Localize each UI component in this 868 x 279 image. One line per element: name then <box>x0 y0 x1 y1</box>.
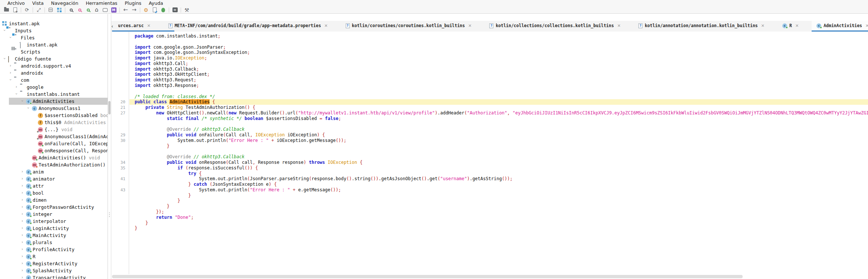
editor-tab-urces-arsc[interactable]: urces.arsc✕ <box>113 21 155 32</box>
tree-item-interpolator[interactable]: ›cinterpolator <box>0 218 108 225</box>
tree-item-anonymousclass1[interactable]: ›cAnonymousClass1 <box>0 105 108 112</box>
editor-tab-adminactivities[interactable]: cAdminActivities✕ <box>812 21 868 32</box>
chevron-collapsed-icon[interactable]: › <box>20 190 24 195</box>
menu-item-archivo[interactable]: Archivo <box>4 0 29 6</box>
tree-blocks-icon[interactable] <box>55 7 63 13</box>
menu-item-ayuda[interactable]: Ayuda <box>145 0 167 6</box>
tree-item-loginactivity[interactable]: ›cLoginActivity <box>0 225 108 232</box>
tree-item-splashactivity[interactable]: ›cSplashActivity <box>0 267 108 274</box>
tree-item--[interactable]: m✱{...} void <box>0 126 108 133</box>
chevron-expanded-icon[interactable]: › <box>2 57 7 61</box>
tree-item-scripts[interactable]: Scripts <box>0 48 108 55</box>
tree-item-inputs[interactable]: ›Inputs <box>0 27 108 34</box>
tree-item-anim[interactable]: ›canim <box>0 168 108 175</box>
preferences-icon[interactable]: ⚙ <box>142 7 150 13</box>
tabstrip-scroll-thumb[interactable] <box>112 30 174 32</box>
chevron-expanded-icon[interactable]: › <box>8 36 13 39</box>
chevron-expanded-icon[interactable]: › <box>26 106 31 110</box>
open-file-icon[interactable] <box>2 7 11 13</box>
tree-item-onresponse-call-response-[interactable]: monResponse(Call, Response) void <box>0 147 108 154</box>
bug-icon[interactable] <box>159 7 167 13</box>
chevron-collapsed-icon[interactable]: › <box>20 275 24 279</box>
editor-tab-meta-inf-com-android-build-gradle-app-metadata-properties[interactable]: ?META-INF/com/android/build/gradle/app-m… <box>164 21 333 32</box>
close-icon[interactable]: ✕ <box>468 23 471 28</box>
tree-item-files[interactable]: ›Files <box>0 34 108 41</box>
chevron-collapsed-icon[interactable]: › <box>20 218 24 223</box>
export-icon[interactable]: ⤢ <box>34 7 43 13</box>
close-icon[interactable]: ✕ <box>147 23 150 28</box>
tree-item-attr[interactable]: ›cattr <box>0 182 108 189</box>
tree-item-bool[interactable]: ›cbool <box>0 189 108 197</box>
tree-item-r[interactable]: ›cR <box>0 253 108 260</box>
search-text-icon[interactable] <box>67 7 75 13</box>
menu-item-navegación[interactable]: Navegación <box>47 0 82 6</box>
chevron-collapsed-icon[interactable]: › <box>20 169 24 174</box>
search-class-icon[interactable] <box>75 7 84 13</box>
chevron-collapsed-icon[interactable]: › <box>20 211 24 216</box>
tree-item-forgotpasswordactivity[interactable]: ›cForgotPasswordActivity <box>0 204 108 211</box>
editor-hscroll-thumb[interactable] <box>112 275 743 278</box>
add-files-icon[interactable]: + <box>11 7 19 13</box>
tree-item-instant-apk[interactable]: instant.apk <box>0 41 108 48</box>
tree-scrollbar-thumb[interactable] <box>108 101 111 114</box>
forward-icon[interactable]: → <box>130 7 138 13</box>
chevron-collapsed-icon[interactable]: › <box>9 70 12 75</box>
back-icon[interactable]: ← <box>121 7 130 13</box>
memory-map-icon[interactable]: M <box>109 7 118 13</box>
tree-item-onfailure-call-ioexception-[interactable]: monFailure(Call, IOException) void <box>0 140 108 147</box>
chevron-collapsed-icon[interactable]: › <box>20 183 24 188</box>
chevron-collapsed-icon[interactable]: › <box>20 247 24 252</box>
tree-item-instant-apk[interactable]: instant.apk <box>0 20 108 27</box>
tab-overflow-chevron-icon[interactable]: ⌄ <box>851 22 855 28</box>
chevron-collapsed-icon[interactable]: › <box>20 226 24 230</box>
menu-item-herramientas[interactable]: Herramientas <box>82 0 121 6</box>
chevron-collapsed-icon[interactable]: › <box>20 176 24 181</box>
search-usage-icon[interactable] <box>84 7 92 13</box>
panel-splitter[interactable] <box>108 14 108 279</box>
chevron-collapsed-icon[interactable]: › <box>14 84 18 89</box>
flat-tabs-icon[interactable]: ↔ <box>46 7 55 13</box>
editor-tab-kotlin-coroutines-coroutines-kotlin-builtins[interactable]: ?kotlin/coroutines/coroutines.kotlin_bui… <box>341 21 477 32</box>
tree-item-profileactivity[interactable]: ›cProfileActivity <box>0 246 108 253</box>
menu-item-vista[interactable]: Vista <box>29 0 47 6</box>
log-icon[interactable]: ≡ <box>171 7 179 13</box>
chevron-collapsed-icon[interactable]: › <box>20 254 24 259</box>
close-icon[interactable]: ✕ <box>324 23 328 28</box>
tree-item--assertionsdisabled[interactable]: f$assertionsDisabled boolean <box>0 112 108 119</box>
tree-item-dimen[interactable]: ›cdimen <box>0 197 108 204</box>
tree-item-instantlabs-instant[interactable]: ›instantlabs.instant <box>0 91 108 98</box>
editor-tab-kotlin-collections-collections-kotlin-builtins[interactable]: ?kotlin/collections/collections.kotlin_b… <box>484 21 625 32</box>
editor-tab-kotlin-annotation-annotation-kotlin-builtins[interactable]: ?kotlin/annotation/annotation.kotlin_bui… <box>634 21 769 32</box>
tree-item-adminactivities-[interactable]: mAdminActivities() void <box>0 154 108 161</box>
tree-item-androidx[interactable]: ›androidx <box>0 69 108 77</box>
menu-item-plugins[interactable]: Plugins <box>121 0 145 6</box>
chevron-collapsed-icon[interactable]: › <box>9 63 12 68</box>
wrench-icon[interactable]: ⚒ <box>183 7 191 13</box>
quark-doc-icon[interactable] <box>150 7 159 13</box>
chevron-collapsed-icon[interactable]: › <box>20 240 24 244</box>
chevron-collapsed-icon[interactable]: › <box>20 204 24 209</box>
editor-tab-r[interactable]: cR✕ <box>777 21 803 32</box>
tree-item-transactionactivity[interactable]: ›cTransactionActivity <box>0 274 108 279</box>
close-icon[interactable]: ✕ <box>795 23 799 28</box>
chevron-expanded-icon[interactable]: › <box>14 92 19 96</box>
project-tree-panel[interactable]: instant.apk›Inputs›Filesinstant.apkScrip… <box>0 14 108 279</box>
chevron-collapsed-icon[interactable]: › <box>20 268 24 273</box>
reload-icon[interactable]: ⟳ <box>23 7 31 13</box>
tree-item-registeractivity[interactable]: ›cRegisterActivity <box>0 260 108 267</box>
chevron-expanded-icon[interactable]: › <box>20 99 25 103</box>
tree-item-adminactivities[interactable]: ›cAdminActivities <box>9 98 108 105</box>
tree-item-this-0[interactable]: fthis$0 AdminActivities <box>0 119 108 126</box>
close-icon[interactable]: ✕ <box>865 23 868 28</box>
home-icon[interactable]: ⌂ <box>92 7 101 13</box>
tree-item-c-digo-fuente[interactable]: ›Código fuente <box>0 55 108 62</box>
chevron-expanded-icon[interactable]: › <box>2 29 7 32</box>
comment-icon[interactable] <box>101 7 109 13</box>
tree-item-google[interactable]: ›google <box>0 84 108 91</box>
tree-item-animator[interactable]: ›canimator <box>0 175 108 182</box>
tree-item-testadminauthorization-[interactable]: mTestAdminAuthorization() String <box>0 161 108 168</box>
close-icon[interactable]: ✕ <box>617 23 621 28</box>
chevron-collapsed-icon[interactable]: › <box>20 197 24 202</box>
tree-item-mainactivity[interactable]: ›cMainActivity <box>0 232 108 239</box>
tree-item-integer[interactable]: ›cinteger <box>0 211 108 218</box>
